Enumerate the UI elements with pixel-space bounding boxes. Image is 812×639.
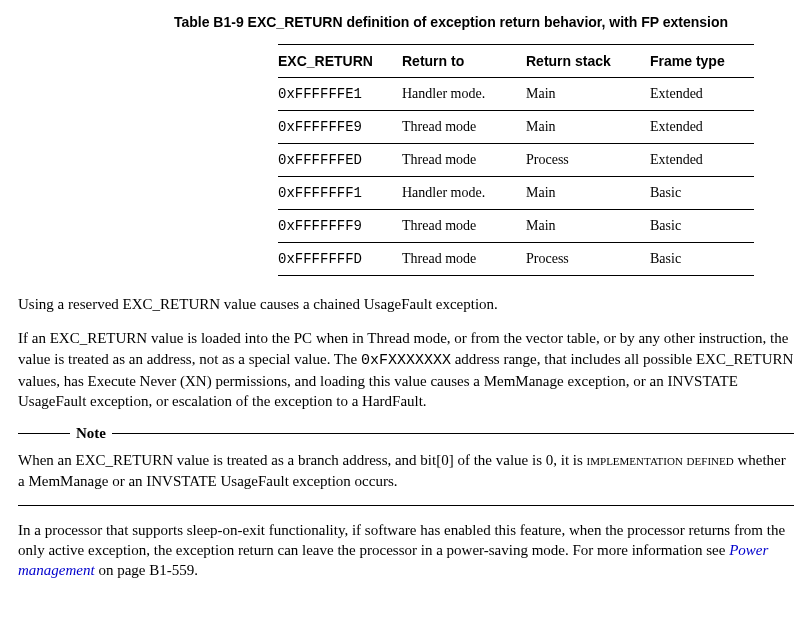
note-close-rule — [18, 505, 794, 506]
col-header-exc-return: EXC_RETURN — [278, 45, 402, 78]
cell-exc-return: 0xFFFFFFE1 — [278, 78, 402, 111]
text-span: In a processor that supports sleep-on-ex… — [18, 522, 785, 558]
text-span: When an EXC_RETURN value is treated as a… — [18, 452, 587, 468]
table-row: 0xFFFFFFFD Thread mode Process Basic — [278, 243, 754, 276]
table-row: 0xFFFFFFF1 Handler mode. Main Basic — [278, 177, 754, 210]
cell-return-to: Thread mode — [402, 210, 526, 243]
implementation-defined: implementation defined — [587, 452, 734, 468]
paragraph-loaded-into-pc: If an EXC_RETURN value is loaded into th… — [18, 328, 794, 411]
col-header-return-stack: Return stack — [526, 45, 650, 78]
cell-exc-return: 0xFFFFFFF1 — [278, 177, 402, 210]
table-row: 0xFFFFFFE9 Thread mode Main Extended — [278, 111, 754, 144]
note-rule-left — [18, 433, 70, 434]
cell-frame-type: Basic — [650, 177, 754, 210]
cell-return-to: Handler mode. — [402, 177, 526, 210]
col-header-frame-type: Frame type — [650, 45, 754, 78]
cell-return-to: Thread mode — [402, 243, 526, 276]
cell-exc-return: 0xFFFFFFFD — [278, 243, 402, 276]
table-row: 0xFFFFFFF9 Thread mode Main Basic — [278, 210, 754, 243]
cell-return-to: Thread mode — [402, 111, 526, 144]
col-header-return-to: Return to — [402, 45, 526, 78]
cell-return-to: Thread mode — [402, 144, 526, 177]
note-label: Note — [70, 425, 112, 442]
cell-return-stack: Process — [526, 243, 650, 276]
cell-return-stack: Main — [526, 111, 650, 144]
cell-exc-return: 0xFFFFFFF9 — [278, 210, 402, 243]
paragraph-reserved-exc-return: Using a reserved EXC_RETURN value causes… — [18, 294, 794, 314]
cell-frame-type: Basic — [650, 210, 754, 243]
cell-frame-type: Extended — [650, 78, 754, 111]
cell-frame-type: Extended — [650, 111, 754, 144]
cell-return-stack: Process — [526, 144, 650, 177]
paragraph-sleep-on-exit: In a processor that supports sleep-on-ex… — [18, 520, 794, 581]
note-rule-right — [112, 433, 794, 434]
text-span: on page B1-559. — [95, 562, 198, 578]
table-row: 0xFFFFFFE1 Handler mode. Main Extended — [278, 78, 754, 111]
note-heading: Note — [18, 425, 794, 442]
cell-exc-return: 0xFFFFFFE9 — [278, 111, 402, 144]
code-address-range: 0xFXXXXXXX — [361, 352, 451, 369]
table-row: 0xFFFFFFED Thread mode Process Extended — [278, 144, 754, 177]
exc-return-table: EXC_RETURN Return to Return stack Frame … — [278, 44, 794, 276]
note-body: When an EXC_RETURN value is treated as a… — [18, 450, 794, 491]
cell-return-stack: Main — [526, 210, 650, 243]
cell-return-stack: Main — [526, 78, 650, 111]
cell-return-to: Handler mode. — [402, 78, 526, 111]
cell-frame-type: Basic — [650, 243, 754, 276]
cell-return-stack: Main — [526, 177, 650, 210]
cell-frame-type: Extended — [650, 144, 754, 177]
table-title: Table B1-9 EXC_RETURN definition of exce… — [108, 14, 794, 30]
cell-exc-return: 0xFFFFFFED — [278, 144, 402, 177]
